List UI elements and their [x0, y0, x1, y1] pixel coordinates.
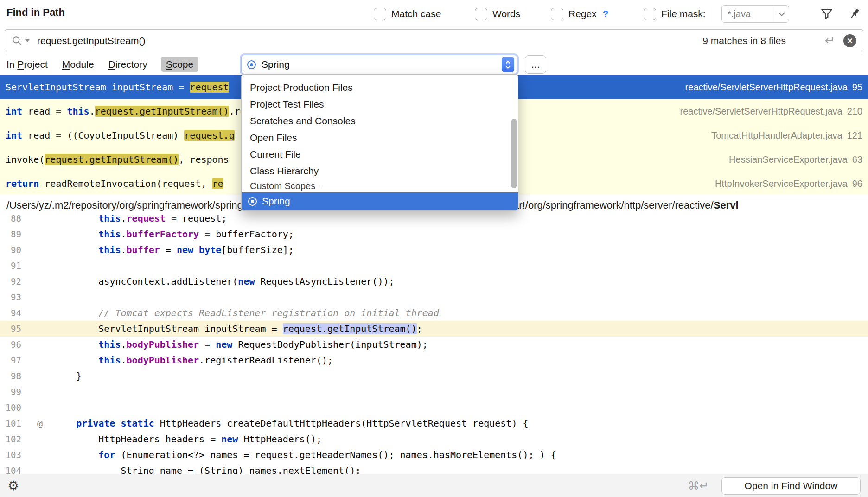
line-number: 93 [0, 289, 26, 305]
editor-line[interactable]: 89 this.bufferFactory = bufferFactory; [0, 226, 868, 242]
editor-line[interactable]: 100 [0, 400, 868, 415]
scope-dropdown-item[interactable]: Project Production Files [242, 79, 518, 96]
line-code: this.bodyPublisher = new RequestBodyPubl… [54, 337, 428, 352]
scope-dropdown-item[interactable]: Open Files [242, 129, 518, 146]
code-preview[interactable]: 88 this.request = request; 89 this.buffe… [0, 215, 868, 474]
words-checkbox[interactable] [475, 8, 487, 20]
result-location: HessianServiceExporter.java63 [729, 154, 862, 165]
scope-dropdown-popup: Project Production FilesProject Test Fil… [241, 74, 518, 211]
gutter-annotation-icon [26, 289, 54, 305]
editor-line[interactable]: 99 [0, 384, 868, 400]
result-file: reactive/ServletServerHttpRequest.java [685, 82, 848, 93]
line-number: 91 [0, 258, 26, 274]
open-in-find-window-button[interactable]: Open in Find Window [721, 477, 861, 495]
scope-more-button[interactable]: ... [525, 55, 546, 74]
line-code: } [54, 368, 82, 384]
editor-line[interactable]: 95 ServletInputStream inputStream = requ… [0, 321, 868, 337]
result-file: HessianServiceExporter.java [729, 154, 848, 165]
file-mask-checkbox[interactable] [644, 8, 656, 20]
file-mask-select[interactable]: *.java [721, 5, 789, 23]
regex-option[interactable]: Regex ? [551, 0, 609, 28]
search-icon[interactable] [12, 35, 30, 46]
scope-row: In ProjectModuleDirectoryScope Spring ..… [0, 54, 868, 75]
gutter-annotation-icon [26, 226, 54, 242]
result-code: ServletInputStream inputStream = request [6, 82, 229, 93]
result-line-number: 63 [852, 154, 862, 165]
gutter-annotation-icon [26, 215, 54, 226]
scope-tab-in-project[interactable]: In Project [6, 57, 49, 72]
scope-combobox[interactable]: Spring [241, 55, 517, 74]
combobox-stepper-icon[interactable] [502, 57, 514, 72]
file-mask-value: *.java [728, 9, 774, 19]
line-code: private static HttpHeaders createDefault… [54, 415, 529, 431]
scope-tab-scope[interactable]: Scope [161, 57, 199, 72]
editor-line[interactable]: 101 @ private static HttpHeaders createD… [0, 415, 868, 431]
line-number: 104 [0, 463, 26, 474]
editor-line[interactable]: 97 this.bodyPublisher.registerReadListen… [0, 352, 868, 368]
match-case-checkbox[interactable] [374, 8, 386, 20]
editor-line[interactable]: 93 [0, 289, 868, 305]
search-input[interactable]: request.getInputStream() [37, 35, 145, 46]
editor-line[interactable]: 103 for (Enumeration<?> names = request.… [0, 447, 868, 463]
editor-line[interactable]: 88 this.request = request; [0, 215, 868, 226]
editor-line[interactable]: 98 } [0, 368, 868, 384]
editor-line[interactable]: 94 // Tomcat expects ReadListener regist… [0, 305, 868, 321]
gutter-annotation-icon [26, 447, 54, 463]
scope-tab-module[interactable]: Module [61, 57, 95, 72]
gutter-annotation-icon [26, 305, 54, 321]
regex-checkbox[interactable] [551, 8, 563, 20]
editor-line[interactable]: 96 this.bodyPublisher = new RequestBodyP… [0, 337, 868, 352]
clear-search-button[interactable]: × [843, 34, 856, 47]
line-number: 89 [0, 226, 26, 242]
file-mask-option[interactable]: File mask: [644, 0, 706, 28]
editor-line[interactable]: 104 String name = (String) names.nextEle… [0, 463, 868, 474]
scope-dropdown-item[interactable]: Project Test Files [242, 96, 518, 113]
line-number: 98 [0, 368, 26, 384]
file-mask-label: File mask: [661, 8, 706, 19]
pin-icon[interactable] [847, 6, 862, 22]
result-code: return readRemoteInvocation(request, re [6, 178, 223, 189]
words-option[interactable]: Words [475, 0, 520, 28]
line-number: 94 [0, 305, 26, 321]
settings-gear-icon[interactable]: ⚙ [7, 479, 19, 492]
filter-icon[interactable] [819, 6, 835, 22]
search-history-caret-icon[interactable] [25, 39, 30, 42]
line-code: this.buffer = new byte[bufferSize]; [54, 242, 294, 258]
search-row: request.getInputStream() 9 matches in 8 … [0, 28, 868, 54]
editor-line[interactable]: 92 asyncContext.addListener(new RequestA… [0, 274, 868, 289]
dropdown-scrollbar[interactable] [511, 119, 517, 188]
line-code: HttpHeaders headers = new HttpHeaders(); [54, 431, 322, 447]
file-path-highlight: Servl [714, 199, 739, 211]
regex-help-icon[interactable]: ? [603, 8, 609, 19]
custom-scopes-separator: Custom Scopes [242, 179, 518, 192]
line-number: 96 [0, 337, 26, 352]
newline-icon[interactable] [822, 35, 835, 46]
scope-dropdown-item[interactable]: Scratches and Consoles [242, 113, 518, 129]
gutter-annotation-icon: @ [26, 415, 54, 431]
line-number: 103 [0, 447, 26, 463]
line-number: 99 [0, 384, 26, 400]
open-shortcut-hint: ⌘↵ [688, 479, 708, 492]
scope-tabs: In ProjectModuleDirectoryScope [6, 54, 198, 75]
scope-tab-directory[interactable]: Directory [108, 57, 148, 72]
find-in-path-dialog: Find in Path Match case Words Regex ? Fi… [0, 0, 868, 497]
chevron-down-icon[interactable] [774, 6, 789, 22]
editor-lines: 88 this.request = request; 89 this.buffe… [0, 215, 868, 474]
result-code: int read = ((CoyoteInputStream) request.… [6, 130, 235, 141]
match-case-option[interactable]: Match case [374, 0, 441, 28]
result-line-number: 95 [852, 82, 862, 93]
scope-dropdown-item-spring[interactable]: Spring [242, 192, 518, 210]
scope-dropdown-item[interactable]: Current File [242, 146, 518, 163]
search-field[interactable]: request.getInputStream() 9 matches in 8 … [5, 29, 863, 52]
regex-label: Regex [568, 8, 597, 19]
result-location: reactive/ServletServerHttpRequest.java95 [685, 82, 862, 93]
line-code: String name = (String) names.nextElement… [54, 463, 361, 474]
editor-line[interactable]: 91 [0, 258, 868, 274]
editor-line[interactable]: 102 HttpHeaders headers = new HttpHeader… [0, 431, 868, 447]
editor-line[interactable]: 90 this.buffer = new byte[bufferSize]; [0, 242, 868, 258]
result-file: TomcatHttpHandlerAdapter.java [711, 130, 842, 141]
line-number: 101 [0, 415, 26, 431]
scope-dropdown-item[interactable]: Class Hierarchy [242, 163, 518, 179]
result-location: TomcatHttpHandlerAdapter.java121 [711, 130, 862, 141]
line-number: 95 [0, 321, 26, 337]
